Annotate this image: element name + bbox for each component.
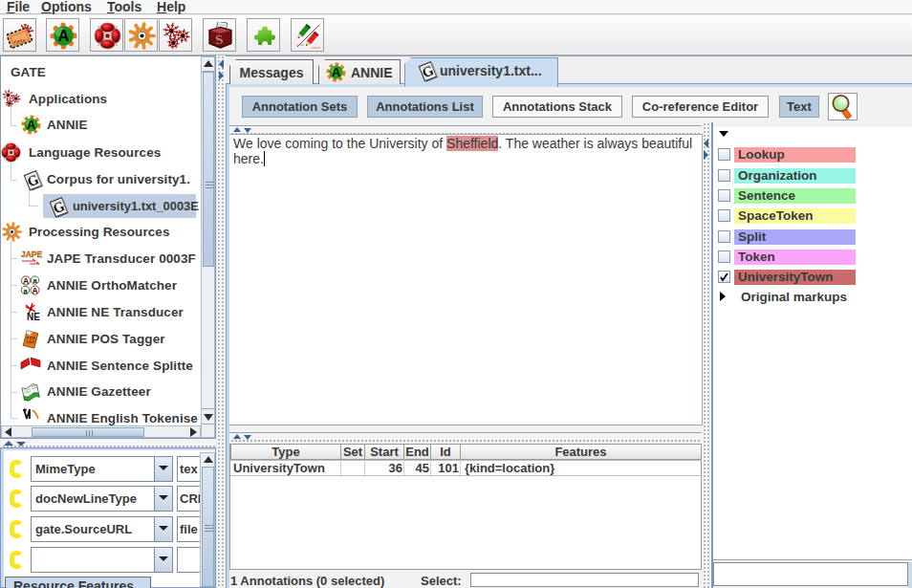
svg-text:A: A: [32, 286, 37, 295]
svg-text:A: A: [332, 65, 340, 79]
svg-text:A: A: [23, 276, 29, 286]
svg-text:A: A: [58, 27, 70, 44]
svg-text:TAG: TAG: [26, 339, 35, 345]
svg-text:NE: NE: [27, 312, 40, 322]
svg-text:JAPE: JAPE: [21, 250, 43, 259]
svg-text:A: A: [27, 118, 35, 132]
